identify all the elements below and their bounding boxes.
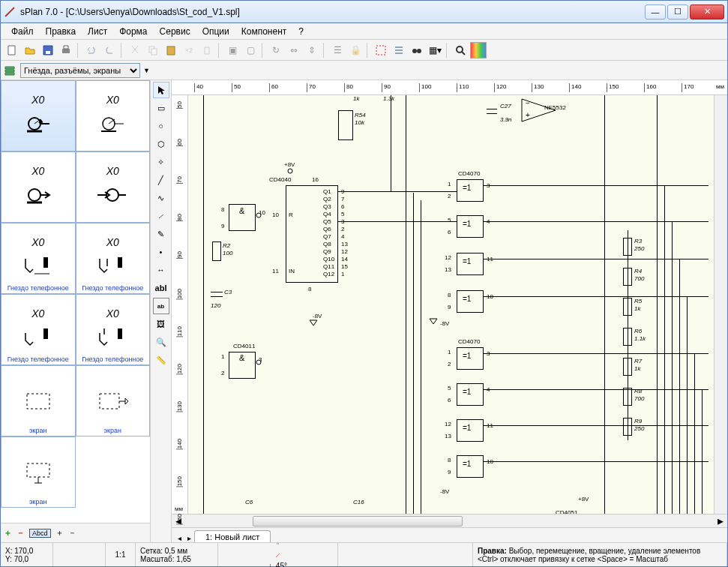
- abcd-toggle[interactable]: Abcd: [29, 529, 51, 538]
- delete-button[interactable]: [199, 42, 215, 58]
- vertical-scrollbar[interactable]: [714, 95, 727, 514]
- hscroll-thumb[interactable]: [253, 516, 463, 526]
- pointer-tool[interactable]: [153, 82, 169, 98]
- menu-component[interactable]: Компонент: [235, 25, 293, 38]
- group-button[interactable]: ▣: [224, 42, 241, 58]
- menu-options[interactable]: Опции: [196, 25, 235, 38]
- textbox-tool[interactable]: ab: [153, 298, 169, 314]
- snap-line-icon[interactable]: ⟋: [274, 550, 282, 559]
- library-icon: [4, 64, 17, 76]
- measure-tool[interactable]: 📏: [153, 352, 169, 368]
- component-shield-2[interactable]: экран: [76, 365, 151, 436]
- svg-rect-6: [151, 49, 157, 55]
- color-button[interactable]: [470, 42, 487, 58]
- zoom-button[interactable]: [452, 42, 469, 58]
- ungroup-button[interactable]: ▢: [242, 42, 259, 58]
- component-jack-3[interactable]: X0: [1, 152, 76, 223]
- undo-button[interactable]: [83, 42, 100, 58]
- pointer-icon: [156, 85, 166, 95]
- open-button[interactable]: [22, 42, 38, 58]
- component-phone-jack-1[interactable]: X0 Гнездо телефонное: [1, 223, 76, 294]
- library-select[interactable]: Гнёзда, разъёмы, экраны: [20, 63, 140, 78]
- component-jack-2[interactable]: X0: [76, 80, 151, 152]
- sidebar-footer: ＋ － Abcd ＋ －: [1, 523, 150, 542]
- mirror-v-button[interactable]: ⇕: [304, 42, 320, 58]
- dimension-tool[interactable]: ↔: [153, 262, 169, 278]
- svg-text:−: −: [526, 99, 530, 107]
- new-button[interactable]: [4, 42, 20, 58]
- drawing-toolbox: ▭ ○ ⬡ ✧ ╱ ∿ ⟋ ✎ • ↔ abI ab 🖼 🔍 📏: [151, 80, 172, 542]
- special-tool[interactable]: ✧: [153, 154, 169, 170]
- image-tool[interactable]: 🖼: [153, 316, 169, 332]
- close-button[interactable]: ✕: [690, 4, 724, 20]
- magnifier-icon: [454, 44, 466, 56]
- menu-edit[interactable]: Правка: [40, 25, 82, 38]
- node-tool[interactable]: •: [153, 244, 169, 260]
- angle-45-button[interactable]: ∟45°: [268, 562, 287, 567]
- cut-button[interactable]: [127, 42, 143, 58]
- paste-button[interactable]: [163, 42, 179, 58]
- zoom-tool[interactable]: 🔍: [153, 334, 169, 350]
- align-button[interactable]: ☰: [329, 42, 346, 58]
- mirror-h-button[interactable]: ⇔: [286, 42, 302, 58]
- minus-small-icon[interactable]: －: [68, 527, 76, 538]
- svg-rect-16: [43, 257, 48, 268]
- component-phone-jack-4[interactable]: X0 Гнездо телефонное: [76, 294, 151, 365]
- copy-button[interactable]: [145, 42, 161, 58]
- polygon-tool[interactable]: ⬡: [153, 136, 169, 152]
- bezier-tool[interactable]: ⟋: [153, 208, 169, 224]
- component-grid: X0 X0 X0 X0 X0: [1, 80, 150, 523]
- lock-button[interactable]: 🔒: [347, 42, 364, 58]
- circle-tool[interactable]: ○: [153, 118, 169, 134]
- minimize-button[interactable]: —: [645, 4, 666, 20]
- app-window: sPlan 7.0 - [C:\Users\Jenya\Downloads\St…: [0, 0, 728, 567]
- svg-point-9: [412, 49, 417, 53]
- component-phone-jack-2[interactable]: X0 Гнездо телефонное: [76, 223, 151, 294]
- status-bar: X: 170,0 Y: 70,0 1:1 Сетка: 0,5 мм Масшт…: [1, 542, 727, 566]
- component-phone-jack-3[interactable]: X0 Гнездо телефонное: [1, 294, 76, 365]
- component-shield-1[interactable]: экран: [1, 365, 76, 436]
- list-button[interactable]: [391, 42, 407, 58]
- menu-service[interactable]: Сервис: [154, 25, 196, 38]
- menu-bar: Файл Правка Лист Форма Сервис Опции Комп…: [1, 23, 727, 40]
- select-rect-button[interactable]: [373, 42, 389, 58]
- duplicate-button[interactable]: ×2: [181, 42, 197, 58]
- svg-rect-21: [100, 394, 119, 409]
- freehand-tool[interactable]: ✎: [153, 226, 169, 242]
- menu-shape[interactable]: Форма: [113, 25, 153, 38]
- main-toolbar: ×2 ▣ ▢ ↻ ⇔ ⇕ ☰ 🔒 ▦▾: [1, 40, 727, 61]
- menu-help[interactable]: ?: [292, 25, 310, 38]
- horizontal-scrollbar[interactable]: ◂ ▸: [172, 514, 727, 527]
- window-buttons: — ☐ ✕: [645, 4, 724, 20]
- print-button[interactable]: [58, 42, 74, 58]
- svg-rect-20: [27, 394, 49, 409]
- minus-icon[interactable]: －: [16, 527, 25, 538]
- svg-rect-8: [376, 46, 385, 55]
- text-tool[interactable]: abI: [153, 280, 169, 296]
- component-jack-4[interactable]: X0: [76, 152, 151, 223]
- search-button[interactable]: [409, 42, 425, 58]
- title-bar: sPlan 7.0 - [C:\Users\Jenya\Downloads\St…: [1, 1, 727, 23]
- component-shield-3[interactable]: экран: [1, 436, 76, 508]
- menu-sheet[interactable]: Лист: [82, 25, 113, 38]
- grid-button[interactable]: ▦▾: [427, 42, 443, 58]
- component-jack-1[interactable]: X0: [1, 80, 76, 152]
- svg-rect-0: [8, 46, 15, 55]
- copy-icon: [147, 44, 159, 56]
- maximize-button[interactable]: ☐: [667, 4, 688, 20]
- line-tool[interactable]: ╱: [153, 172, 169, 188]
- curve-tool[interactable]: ∿: [153, 190, 169, 206]
- sheet-tab-1[interactable]: 1: Новый лист: [194, 530, 271, 542]
- main-area: X0 X0 X0 X0 X0: [1, 80, 727, 542]
- plus-small-icon[interactable]: ＋: [55, 527, 64, 538]
- plus-icon[interactable]: ＋: [4, 527, 12, 538]
- redo-button[interactable]: [101, 42, 118, 58]
- rotate-button[interactable]: ↻: [268, 42, 284, 58]
- window-title: sPlan 7.0 - [C:\Users\Jenya\Downloads\St…: [20, 7, 645, 17]
- menu-file[interactable]: Файл: [5, 25, 40, 38]
- rect-tool[interactable]: ▭: [153, 100, 169, 116]
- svg-rect-19: [118, 328, 122, 339]
- save-button[interactable]: [40, 42, 56, 58]
- schematic-canvas[interactable]: 1k 1.3k R54 10k C27 3.9n −: [188, 95, 714, 514]
- svg-point-11: [457, 46, 463, 52]
